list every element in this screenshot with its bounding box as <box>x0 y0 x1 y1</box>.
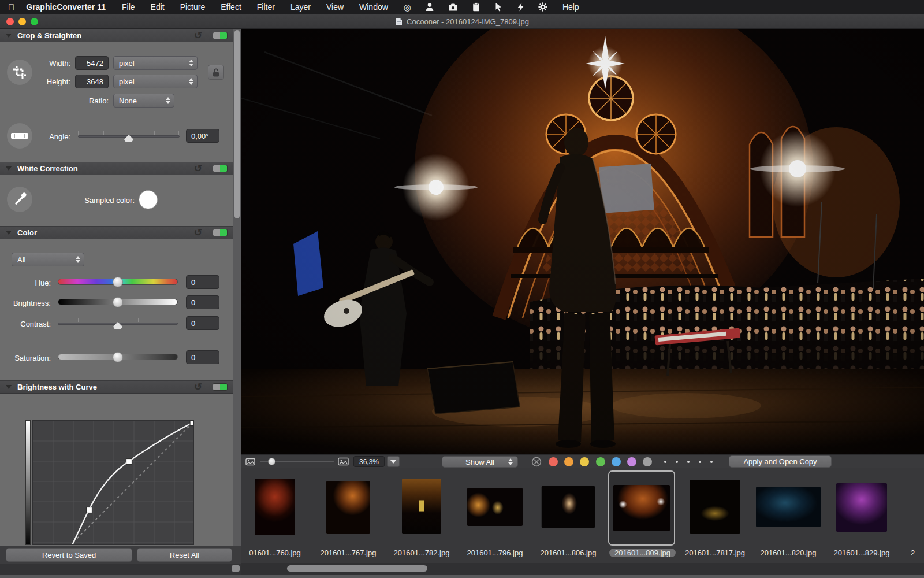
sampled-color-swatch[interactable] <box>139 190 158 209</box>
hue-value-field[interactable]: 0 <box>186 275 219 289</box>
menu-layer[interactable]: Layer <box>290 2 311 12</box>
menu-window[interactable]: Window <box>359 2 388 12</box>
target-icon[interactable]: ◎ <box>404 3 411 12</box>
disclosure-triangle[interactable] <box>6 34 12 38</box>
label-gray-button[interactable] <box>643 457 652 466</box>
gear-icon[interactable] <box>538 2 547 12</box>
sidebar-scrollbar-thumb[interactable] <box>234 30 240 218</box>
menu-file[interactable]: File <box>122 2 135 12</box>
filter-dropdown[interactable]: Show All <box>442 456 518 468</box>
label-red-button[interactable] <box>549 457 558 466</box>
contrast-slider[interactable] <box>58 317 178 329</box>
curve-panel-header[interactable]: Brightness with Curve ↺ <box>0 380 233 394</box>
rating-dot-1[interactable] <box>664 461 666 463</box>
thumbnail-image[interactable] <box>326 481 370 534</box>
filmstrip-scrollbar-thumb[interactable] <box>287 565 427 572</box>
zoom-level-field[interactable]: 36,3% <box>353 456 385 467</box>
filmstrip-item[interactable]: 201601...7817.jpg <box>683 468 747 563</box>
hue-slider-thumb[interactable] <box>113 277 123 287</box>
thumbnail-image[interactable] <box>756 487 821 527</box>
height-unit-dropdown[interactable]: pixel <box>113 75 198 88</box>
thumbnail-image[interactable] <box>402 479 441 534</box>
menu-picture[interactable]: Picture <box>180 2 206 12</box>
filmstrip-item[interactable]: 201601...767.jpg <box>316 468 381 563</box>
curve-editor[interactable] <box>32 420 194 545</box>
filmstrip-item[interactable]: 01601...760.jpg <box>243 468 307 563</box>
white-panel-header[interactable]: White Correction ↺ <box>0 162 233 175</box>
hue-slider[interactable] <box>58 276 178 288</box>
user-icon[interactable] <box>425 2 434 12</box>
filmstrip-item[interactable]: 201601...796.jpg <box>463 468 527 563</box>
rating-dot-3[interactable] <box>687 461 690 463</box>
brightness-value-field[interactable]: 0 <box>186 295 219 309</box>
saturation-slider-thumb[interactable] <box>113 352 123 362</box>
rating-dot-4[interactable] <box>699 461 701 463</box>
thumbnail-image[interactable] <box>467 488 523 526</box>
color-panel-header[interactable]: Color ↺ <box>0 226 233 239</box>
crop-panel-header[interactable]: Crop & Straighten ↺ <box>0 29 233 42</box>
panel-enable-toggle[interactable] <box>213 32 228 39</box>
panel-reset-button[interactable]: ↺ <box>194 227 202 239</box>
rating-dot-2[interactable] <box>676 461 678 463</box>
panel-reset-button[interactable]: ↺ <box>194 162 202 175</box>
panel-enable-toggle[interactable] <box>213 229 228 236</box>
no-label-icon[interactable] <box>531 457 542 467</box>
filmstrip-scrollbar[interactable] <box>241 563 924 575</box>
thumbnail-image[interactable] <box>690 480 740 534</box>
saturation-value-field[interactable]: 0 <box>186 350 219 364</box>
filmstrip-item[interactable]: 201601...806.jpg <box>536 468 601 563</box>
channel-dropdown[interactable]: All <box>12 253 84 266</box>
menu-edit[interactable]: Edit <box>151 2 165 12</box>
revert-to-saved-button[interactable]: Revert to Saved <box>6 548 132 562</box>
eyedropper-icon[interactable] <box>7 187 32 212</box>
thumbnail-image[interactable] <box>836 483 887 532</box>
disclosure-triangle[interactable] <box>6 166 12 171</box>
angle-slider[interactable] <box>78 130 180 142</box>
clipboard-icon[interactable] <box>472 2 480 12</box>
disclosure-triangle[interactable] <box>6 231 12 235</box>
label-yellow-button[interactable] <box>580 457 589 466</box>
apple-menu-icon[interactable]:  <box>8 2 14 12</box>
thumbnail-image[interactable] <box>542 486 595 528</box>
filmstrip-item[interactable]: 201601...820.jpg <box>756 468 821 563</box>
reset-all-button[interactable]: Reset All <box>137 548 232 562</box>
app-menu[interactable]: GraphicConverter 11 <box>26 2 106 12</box>
filmstrip-item[interactable]: 201601...829.jpg <box>829 468 894 563</box>
contrast-value-field[interactable]: 0 <box>186 316 219 330</box>
thumbnail-image[interactable] <box>613 485 670 531</box>
panel-reset-button[interactable]: ↺ <box>194 29 202 42</box>
width-input[interactable]: 5472 <box>75 56 109 70</box>
flash-icon[interactable] <box>517 2 524 12</box>
saturation-slider[interactable] <box>58 351 178 363</box>
panel-enable-toggle[interactable] <box>213 165 228 172</box>
photo-canvas[interactable] <box>241 29 924 454</box>
filmstrip-item-selected[interactable]: 201601...809.jpg <box>609 468 674 563</box>
aspect-lock-button[interactable] <box>208 65 224 80</box>
panel-enable-toggle[interactable] <box>213 383 228 391</box>
filmstrip-item[interactable]: 2 <box>903 468 924 563</box>
zoom-dropdown-button[interactable] <box>387 456 400 467</box>
thumbnail-size-slider[interactable] <box>260 461 334 462</box>
label-green-button[interactable] <box>596 457 605 466</box>
menu-filter[interactable]: Filter <box>257 2 275 12</box>
camera-icon[interactable] <box>448 3 458 12</box>
panel-reset-button[interactable]: ↺ <box>194 381 202 393</box>
menu-effect[interactable]: Effect <box>221 2 241 12</box>
cursor-icon[interactable] <box>494 2 503 12</box>
menu-view[interactable]: View <box>326 2 344 12</box>
menu-help[interactable]: Help <box>562 2 579 12</box>
brightness-slider-thumb[interactable] <box>113 297 123 307</box>
height-input[interactable]: 3648 <box>75 75 109 88</box>
width-unit-dropdown[interactable]: pixel <box>113 56 198 70</box>
disclosure-triangle[interactable] <box>6 385 12 389</box>
thumbnail-size-thumb[interactable] <box>268 458 275 465</box>
label-blue-button[interactable] <box>612 457 621 466</box>
rating-dot-5[interactable] <box>710 461 713 463</box>
brightness-slider[interactable] <box>58 297 178 308</box>
ratio-dropdown[interactable]: None <box>113 94 174 108</box>
apply-and-open-copy-button[interactable]: Apply and Open Copy <box>729 455 832 468</box>
label-orange-button[interactable] <box>564 457 573 466</box>
label-purple-button[interactable] <box>627 457 636 466</box>
filmstrip-item[interactable]: 201601...782.jpg <box>389 468 454 563</box>
angle-value-field[interactable]: 0,00° <box>186 129 219 143</box>
